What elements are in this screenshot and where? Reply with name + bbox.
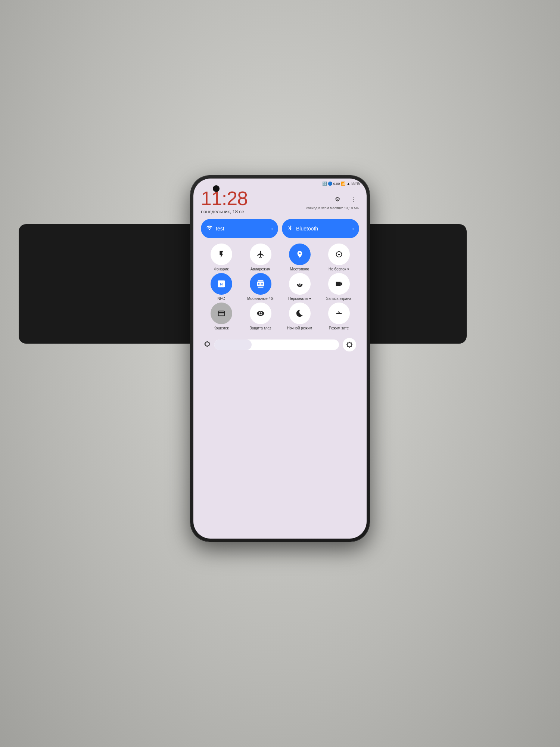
notification-panel: 11:28 понедельник, 18 сe ⚙ ⋮ Расход в эт… bbox=[193, 187, 367, 351]
flashlight-tile[interactable]: Фонарик bbox=[202, 244, 240, 272]
data-usage: Расход в этом месяце: 13,18 МБ bbox=[306, 206, 359, 210]
eye-care-label: Защита глаз bbox=[250, 326, 271, 331]
settings-icon[interactable]: ⚙ bbox=[332, 193, 343, 205]
nfc-circle bbox=[211, 273, 232, 295]
mobile-data-label: Мобильные 4G bbox=[247, 297, 274, 301]
airplane-circle bbox=[250, 244, 271, 265]
battery-icon: 88 % bbox=[351, 182, 360, 186]
more-options-icon[interactable]: ⋮ bbox=[347, 193, 359, 205]
hotspot-tile[interactable]: Персоналы ▾ bbox=[281, 273, 318, 301]
wifi-tile-icon bbox=[206, 224, 213, 233]
night-mode-circle bbox=[289, 303, 311, 324]
screen-record-label: Запись экрана bbox=[326, 297, 351, 301]
bluetooth-tile-icon bbox=[287, 224, 293, 233]
time-block: 11:28 понедельник, 18 сe bbox=[201, 189, 248, 214]
hotspot-label: Персоналы ▾ bbox=[288, 297, 311, 301]
front-camera bbox=[213, 185, 220, 192]
nfc-label: NFC bbox=[217, 297, 225, 301]
location-circle bbox=[289, 244, 311, 265]
screen-record-circle bbox=[328, 273, 350, 295]
bluetooth-status-icon: 🔵 bbox=[328, 182, 332, 186]
dnd-circle bbox=[328, 244, 350, 265]
eye-care-tile[interactable]: Защита глаз bbox=[242, 303, 279, 331]
wallet-circle bbox=[211, 303, 232, 324]
hotspot-circle bbox=[289, 273, 311, 295]
screen-record-tile[interactable]: Запись экрана bbox=[320, 273, 358, 301]
brightness-auto-icon[interactable] bbox=[343, 338, 356, 351]
bluetooth-tile[interactable]: Bluetooth › bbox=[282, 219, 359, 238]
wifi-chevron-icon: › bbox=[271, 226, 273, 232]
brightness-row bbox=[201, 338, 359, 351]
flashlight-circle bbox=[211, 244, 232, 265]
dnd-label: Не беспок ▾ bbox=[329, 267, 349, 272]
data-icon: 0.00 bbox=[333, 182, 340, 186]
nfc-tile[interactable]: NFC bbox=[202, 273, 240, 301]
location-label: Местополо bbox=[290, 267, 309, 272]
wifi-status-icon: 📶 bbox=[341, 182, 345, 186]
brightness-min-icon bbox=[204, 341, 211, 349]
status-bar: 🔢 🔵 0.00 📶 ▲ 88 % bbox=[193, 179, 367, 187]
time-area: 11:28 понедельник, 18 сe ⚙ ⋮ Расход в эт… bbox=[201, 189, 359, 214]
mobile-data-tile[interactable]: Мобильные 4G bbox=[242, 273, 279, 301]
night-mode-tile[interactable]: Ночной режим bbox=[281, 303, 318, 331]
wallet-tile[interactable]: Кошелек bbox=[202, 303, 240, 331]
status-icons: 🔢 🔵 0.00 📶 ▲ 88 % bbox=[322, 182, 360, 186]
battery-saver-tile[interactable]: Режим зате bbox=[320, 303, 358, 331]
bluetooth-tile-label: Bluetooth bbox=[296, 226, 349, 232]
time-display: 11:28 bbox=[201, 189, 248, 208]
flashlight-label: Фонарик bbox=[214, 267, 229, 272]
top-icons: ⚙ ⋮ bbox=[332, 189, 359, 205]
battery-saver-circle bbox=[328, 303, 350, 324]
wifi-tile[interactable]: test › bbox=[201, 219, 278, 238]
home-screen-area bbox=[193, 351, 367, 396]
date-display: понедельник, 18 сe bbox=[201, 209, 248, 214]
phone-wrapper: 🔢 🔵 0.00 📶 ▲ 88 % 11:28 понедельник, 18 … bbox=[190, 176, 370, 542]
wifi-tile-label: test bbox=[216, 226, 268, 232]
battery-saver-label: Режим зате bbox=[329, 326, 349, 331]
mobile-data-circle bbox=[250, 273, 271, 295]
sim-icon: 🔢 bbox=[322, 182, 327, 186]
phone-screen: 🔢 🔵 0.00 📶 ▲ 88 % 11:28 понедельник, 18 … bbox=[193, 179, 367, 539]
icon-grid: Фонарик Авиарежим bbox=[201, 244, 359, 331]
airplane-tile[interactable]: Авиарежим bbox=[242, 244, 279, 272]
eye-care-circle bbox=[250, 303, 271, 324]
quick-tiles-row: test › Bluetooth › bbox=[201, 219, 359, 238]
dnd-tile[interactable]: Не беспок ▾ bbox=[320, 244, 358, 272]
airplane-label: Авиарежим bbox=[251, 267, 270, 272]
wallet-label: Кошелек bbox=[214, 326, 228, 331]
brightness-track[interactable] bbox=[214, 340, 339, 350]
signal-icon: ▲ bbox=[346, 182, 350, 186]
location-tile[interactable]: Местополо bbox=[281, 244, 318, 272]
night-mode-label: Ночной режим bbox=[287, 326, 312, 331]
bluetooth-chevron-icon: › bbox=[352, 226, 354, 232]
brightness-fill bbox=[214, 340, 252, 350]
phone-body: 🔢 🔵 0.00 📶 ▲ 88 % 11:28 понедельник, 18 … bbox=[190, 176, 370, 542]
